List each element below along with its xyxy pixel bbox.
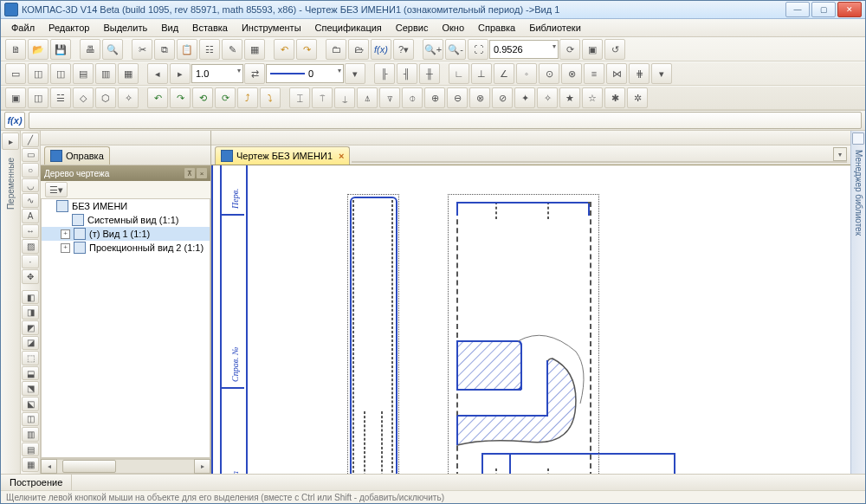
expand-icon[interactable]: + — [61, 243, 70, 253]
doc-tab-drawing1[interactable]: Чертеж БЕЗ ИМЕНИ1 × — [215, 146, 350, 165]
drawing-canvas[interactable]: Перв. Справ. № Подп. и дата — [211, 165, 850, 474]
zoom-regions-button[interactable]: ▣ — [582, 39, 603, 60]
tool-rect[interactable]: ▭ — [22, 148, 39, 163]
var-button[interactable]: f(x) — [371, 39, 391, 60]
menu-editor[interactable]: Редактор — [42, 21, 96, 35]
menu-insert[interactable]: Вставка — [185, 21, 235, 35]
tool-a[interactable]: ◧ — [22, 290, 39, 305]
scroll-right-button[interactable]: ▸ — [194, 459, 210, 474]
x13-button[interactable]: ⌶ — [289, 87, 310, 108]
minimize-button[interactable]: — — [785, 2, 810, 17]
scale-combo[interactable]: 1.0 — [191, 64, 243, 83]
x27-button[interactable]: ✱ — [604, 87, 625, 108]
fx-button[interactable]: f(x) — [4, 112, 25, 129]
tool-g[interactable]: ⬔ — [22, 381, 39, 396]
x11-button[interactable]: ⤴ — [237, 87, 258, 108]
x7-button[interactable]: ↶ — [147, 87, 168, 108]
menu-help[interactable]: Справка — [471, 21, 522, 35]
leftstrip-btn1[interactable]: ▸ — [2, 132, 19, 150]
x18-button[interactable]: ⌽ — [402, 87, 423, 108]
zoom-fit-button[interactable]: ⛶ — [468, 39, 488, 60]
tool-e[interactable]: ⬚ — [22, 351, 39, 365]
page3-button[interactable]: ◫ — [50, 63, 71, 84]
new-button[interactable]: 🗎 — [5, 39, 26, 60]
x14-button[interactable]: ⍑ — [312, 87, 333, 108]
tree-node-view1[interactable]: + (т) Вид 1 (1:1) — [42, 227, 210, 241]
tool-l[interactable]: ▦ — [22, 457, 39, 472]
opt-button[interactable]: ▾ — [345, 63, 365, 84]
tool-point[interactable]: · — [22, 255, 39, 269]
expand-icon[interactable]: + — [61, 229, 70, 239]
tool-i[interactable]: ◫ — [22, 412, 39, 427]
tool-b[interactable]: ◨ — [22, 305, 39, 320]
x2-button[interactable]: ◫ — [28, 87, 48, 108]
zoom-in-button[interactable]: 🔍+ — [423, 39, 443, 60]
snap7-button[interactable]: ≡ — [584, 63, 604, 84]
prev-view-button[interactable]: ↺ — [604, 39, 625, 60]
scroll-thumb[interactable] — [62, 460, 116, 473]
decr-button[interactable]: ◂ — [147, 63, 168, 84]
menu-file[interactable]: Файл — [4, 21, 42, 35]
tool-text[interactable]: A — [22, 209, 39, 223]
open-button[interactable]: 📂 — [28, 39, 48, 60]
style-combo[interactable]: 0 — [266, 64, 344, 83]
x5-button[interactable]: ⬡ — [95, 87, 116, 108]
dim1-button[interactable]: ╟ — [374, 63, 395, 84]
redo-button[interactable]: ↷ — [296, 39, 317, 60]
x22-button[interactable]: ⊘ — [492, 87, 513, 108]
menu-tools[interactable]: Инструменты — [235, 21, 308, 35]
formula-input[interactable] — [29, 112, 862, 129]
tool-c[interactable]: ◩ — [22, 320, 39, 335]
close-button[interactable]: ✕ — [837, 2, 862, 17]
help-button[interactable]: ?▾ — [393, 39, 414, 60]
tool-j[interactable]: ▥ — [22, 427, 39, 442]
page5-button[interactable]: ▥ — [95, 63, 116, 84]
zoom-out-button[interactable]: 🔍- — [445, 39, 466, 60]
x19-button[interactable]: ⊕ — [424, 87, 445, 108]
tool-dim[interactable]: ↔ — [22, 224, 39, 239]
x12-button[interactable]: ⤵ — [260, 87, 281, 108]
x20-button[interactable]: ⊖ — [447, 87, 468, 108]
snap1-button[interactable]: ∟ — [449, 63, 469, 84]
snap6-button[interactable]: ⊗ — [561, 63, 582, 84]
tool-circle[interactable]: ○ — [22, 163, 39, 178]
tool-f[interactable]: ⬓ — [22, 366, 39, 381]
x4-button[interactable]: ◇ — [73, 87, 94, 108]
page2-button[interactable]: ◫ — [28, 63, 48, 84]
tool-k[interactable]: ▤ — [22, 443, 39, 457]
tree-node-projview2[interactable]: + Проекционный вид 2 (1:1) — [42, 241, 210, 255]
tabs-more-button[interactable]: ▾ — [833, 147, 847, 161]
x28-button[interactable]: ✲ — [627, 87, 648, 108]
x24-button[interactable]: ✧ — [537, 87, 558, 108]
snap5-button[interactable]: ⊙ — [539, 63, 559, 84]
menu-select[interactable]: Выделить — [96, 21, 154, 35]
format-button[interactable]: ✎ — [222, 39, 242, 60]
x9-button[interactable]: ⟲ — [192, 87, 213, 108]
menu-service[interactable]: Сервис — [389, 21, 436, 35]
snap3-button[interactable]: ∠ — [494, 63, 514, 84]
tool-hatch[interactable]: ▨ — [22, 239, 39, 254]
doc-tab-opravka[interactable]: Оправка — [44, 146, 110, 165]
table-button[interactable]: ▦ — [244, 39, 265, 60]
page6-button[interactable]: ▦ — [118, 63, 139, 84]
x23-button[interactable]: ✦ — [514, 87, 535, 108]
swap-button[interactable]: ⇄ — [244, 63, 265, 84]
x21-button[interactable]: ⊗ — [469, 87, 490, 108]
x6-button[interactable]: ✧ — [118, 87, 139, 108]
dim2-button[interactable]: ╢ — [397, 63, 417, 84]
lib2-button[interactable]: 🗁 — [348, 39, 369, 60]
tool-line[interactable]: ╱ — [22, 132, 39, 147]
menu-view[interactable]: Вид — [154, 21, 185, 35]
tool-move[interactable]: ✥ — [22, 269, 39, 284]
print-button[interactable]: 🖶 — [80, 39, 100, 60]
x3-button[interactable]: ☱ — [50, 87, 71, 108]
tool-spline[interactable]: ∿ — [22, 193, 39, 208]
tree-filter-button[interactable]: ☰▾ — [45, 182, 68, 197]
tool-arc[interactable]: ◡ — [22, 178, 39, 193]
x1-button[interactable]: ▣ — [5, 87, 26, 108]
zoom-combo[interactable]: 0.9526 — [489, 40, 559, 59]
scroll-track[interactable] — [57, 459, 194, 474]
x8-button[interactable]: ↷ — [170, 87, 191, 108]
tab-close-button[interactable]: × — [339, 151, 344, 161]
tree-node-sysview[interactable]: Системный вид (1:1) — [42, 213, 210, 227]
